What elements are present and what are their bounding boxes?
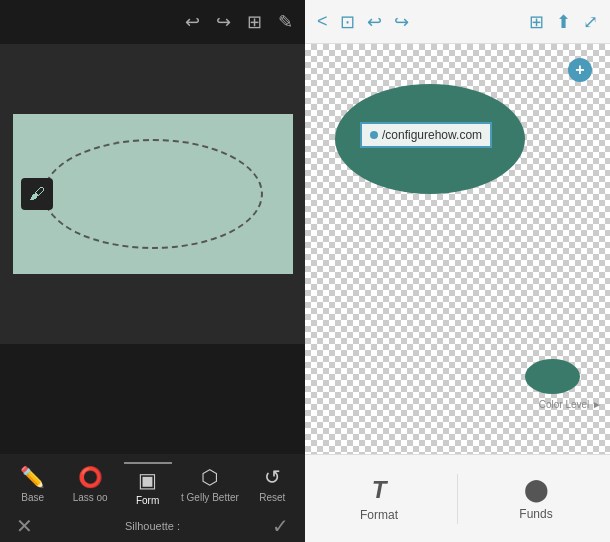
format-label: Format: [360, 508, 398, 522]
lasso-label: Lass oo: [73, 492, 108, 503]
confirm-label: Silhouette :: [33, 520, 272, 532]
right-toolbar-left: < ⊡ ↩ ↪: [317, 11, 409, 33]
lasso-icon: ⭕: [78, 465, 103, 489]
back-icon[interactable]: <: [317, 11, 328, 32]
tool-format[interactable]: T Format: [349, 476, 409, 522]
text-input-box[interactable]: /configurehow.com: [360, 122, 492, 148]
better-icon: ⬡: [201, 465, 218, 489]
left-toolbar: ↩ ↪ ⊞ ✎: [0, 0, 305, 44]
right-canvas-area[interactable]: /configurehow.com + Color Level ►: [305, 44, 610, 454]
base-label: Base: [21, 492, 44, 503]
form-label: Form: [136, 495, 159, 506]
redo-icon[interactable]: ↪: [216, 11, 231, 33]
right-bottom-toolbar: T Format ⬤ Funds: [305, 454, 610, 542]
crop-icon[interactable]: ⊡: [340, 11, 355, 33]
small-ellipse: [525, 359, 580, 394]
format-icon: T: [372, 476, 387, 504]
canvas-content: /configurehow.com + Color Level ►: [305, 44, 610, 454]
tool-reset[interactable]: ↺ Reset: [248, 465, 296, 503]
right-toolbar-right: ⊞ ⬆ ⤢: [529, 11, 598, 33]
tool-better[interactable]: ⬡ t Gelly Better: [181, 465, 239, 503]
form-icon: ▣: [138, 468, 157, 492]
bottom-tools-row: ✏️ Base ⭕ Lass oo ▣ Form ⬡ t Gelly Bette…: [0, 454, 305, 508]
color-level-label: Color Level ►: [539, 399, 602, 410]
funds-label: Funds: [519, 507, 552, 521]
reset-label: Reset: [259, 492, 285, 503]
tool-lasso[interactable]: ⭕ Lass oo: [66, 465, 114, 503]
bottom-confirm-row: ✕ Silhouette : ✓: [0, 508, 305, 542]
layers-icon[interactable]: ⊞: [247, 11, 262, 33]
dashed-ellipse: [43, 139, 263, 249]
tool-funds[interactable]: ⬤ Funds: [506, 477, 566, 521]
share-icon[interactable]: ⬆: [556, 11, 571, 33]
text-value: /configurehow.com: [382, 128, 482, 142]
tool-base[interactable]: ✏️ Base: [9, 465, 57, 503]
better-label: t Gelly Better: [181, 492, 239, 503]
left-canvas-area: 🖌: [0, 44, 305, 344]
right-layers-icon[interactable]: ⊞: [529, 11, 544, 33]
edit-icon[interactable]: ✎: [278, 11, 293, 33]
text-cursor: [370, 131, 378, 139]
right-toolbar: < ⊡ ↩ ↪ ⊞ ⬆ ⤢: [305, 0, 610, 44]
left-canvas: 🖌: [13, 114, 293, 274]
funds-icon: ⬤: [524, 477, 549, 503]
cancel-button[interactable]: ✕: [16, 514, 33, 538]
add-button[interactable]: +: [568, 58, 592, 82]
reset-icon: ↺: [264, 465, 281, 489]
base-icon: ✏️: [20, 465, 45, 489]
tool-form[interactable]: ▣ Form: [124, 462, 172, 506]
brush-icon: 🖌: [21, 178, 53, 210]
divider: [457, 474, 458, 524]
undo-icon[interactable]: ↩: [185, 11, 200, 33]
left-empty-area: [0, 344, 305, 454]
right-panel: < ⊡ ↩ ↪ ⊞ ⬆ ⤢ /configurehow.com + Col: [305, 0, 610, 542]
right-redo-icon[interactable]: ↪: [394, 11, 409, 33]
ok-button[interactable]: ✓: [272, 514, 289, 538]
right-undo-icon[interactable]: ↩: [367, 11, 382, 33]
left-bottom-toolbar: ✏️ Base ⭕ Lass oo ▣ Form ⬡ t Gelly Bette…: [0, 454, 305, 542]
expand-icon[interactable]: ⤢: [583, 11, 598, 33]
left-panel: ↩ ↪ ⊞ ✎ 🖌 ✏️ Base ⭕ Lass oo ▣: [0, 0, 305, 542]
